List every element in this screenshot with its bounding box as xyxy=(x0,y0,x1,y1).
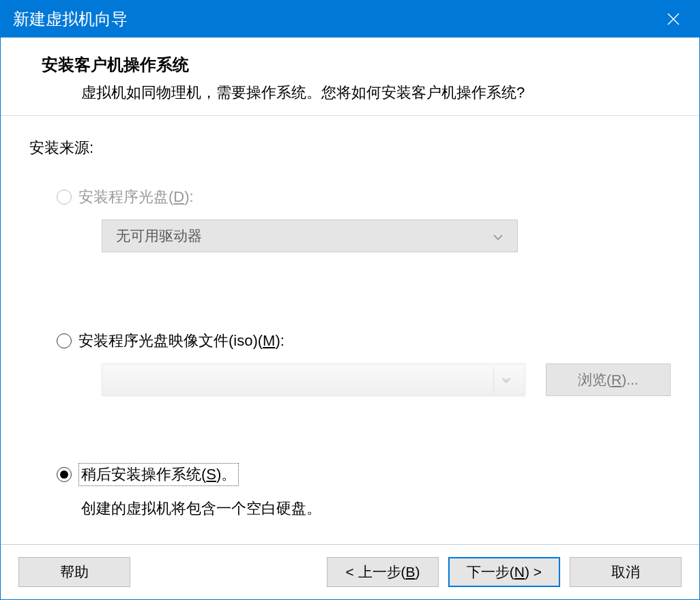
iso-path-combobox[interactable] xyxy=(102,363,525,396)
radio-group: 安装程序光盘(D): 无可用驱动器 安装程序光盘映像文件(iso)(M): xyxy=(57,187,671,519)
radio-label-disc: 安装程序光盘(D): xyxy=(78,187,194,207)
radio-label-later: 稍后安装操作系统(S)。 xyxy=(78,463,239,486)
cancel-button[interactable]: 取消 xyxy=(570,557,682,587)
install-source-label: 安装来源: xyxy=(29,138,671,158)
radio-label-iso: 安装程序光盘映像文件(iso)(M): xyxy=(78,331,285,351)
radio-icon xyxy=(57,467,72,482)
chevron-down-icon xyxy=(493,367,519,393)
browse-button[interactable]: 浏览(R)... xyxy=(546,363,671,396)
next-button[interactable]: 下一步(N) > xyxy=(448,557,560,587)
disc-drive-dropdown[interactable]: 无可用驱动器 xyxy=(102,220,518,252)
iso-input-row: 浏览(R)... xyxy=(102,363,671,396)
back-button[interactable]: < 上一步(B) xyxy=(327,557,439,587)
radio-option-later[interactable]: 稍后安装操作系统(S)。 xyxy=(57,463,671,486)
page-title: 安装客户机操作系统 xyxy=(42,54,658,76)
page-subtitle: 虚拟机如同物理机，需要操作系统。您将如何安装客户机操作系统? xyxy=(81,82,658,103)
radio-icon xyxy=(57,333,72,348)
wizard-header: 安装客户机操作系统 虚拟机如同物理机，需要操作系统。您将如何安装客户机操作系统? xyxy=(1,38,699,115)
later-hint-text: 创建的虚拟机将包含一个空白硬盘。 xyxy=(81,498,671,519)
window-title: 新建虚拟机向导 xyxy=(13,8,128,30)
help-button[interactable]: 帮助 xyxy=(18,557,130,587)
radio-option-iso[interactable]: 安装程序光盘映像文件(iso)(M): xyxy=(57,331,671,351)
titlebar: 新建虚拟机向导 xyxy=(1,1,699,38)
wizard-window: 新建虚拟机向导 安装客户机操作系统 虚拟机如同物理机，需要操作系统。您将如何安装… xyxy=(0,0,700,600)
dropdown-value: 无可用驱动器 xyxy=(116,226,202,245)
radio-icon xyxy=(57,190,72,205)
wizard-footer: 帮助 < 上一步(B) 下一步(N) > 取消 xyxy=(1,544,699,599)
close-icon xyxy=(667,12,680,26)
radio-option-disc[interactable]: 安装程序光盘(D): xyxy=(57,187,671,207)
close-button[interactable] xyxy=(660,5,687,33)
content-area: 安装来源: 安装程序光盘(D): 无可用驱动器 安装程序光盘映 xyxy=(1,115,699,544)
chevron-down-icon xyxy=(493,228,504,244)
